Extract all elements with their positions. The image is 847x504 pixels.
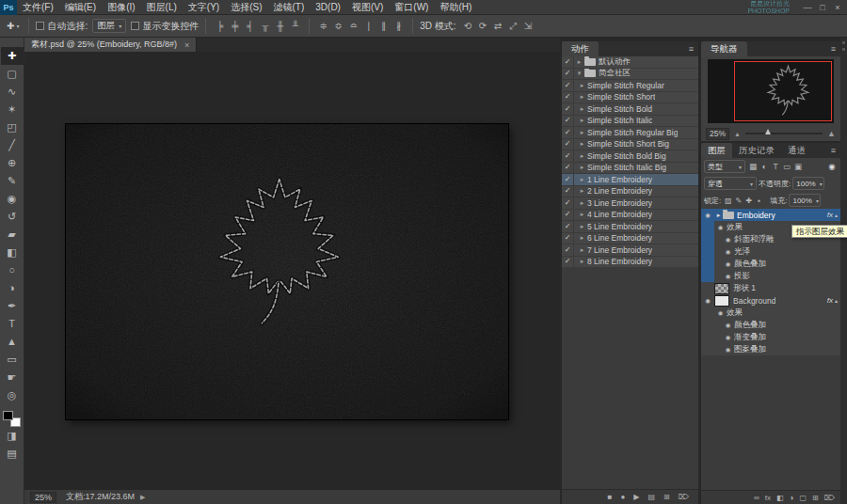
action-check-icon[interactable]: ✓	[562, 69, 574, 80]
lasso-tool[interactable]: ∿	[1, 83, 24, 101]
color-swatches[interactable]	[3, 411, 21, 427]
eyedropper-tool[interactable]: ╱	[1, 136, 24, 154]
link-layers-icon[interactable]: ∞	[754, 491, 759, 504]
distribute-left-icon[interactable]: ∣	[361, 18, 376, 34]
layer-filter-dropdown[interactable]: 类型 ▾	[704, 160, 745, 173]
lock-transparent-pixels-icon[interactable]: ▨	[723, 197, 733, 205]
collapsed-dock-strip[interactable]	[840, 38, 847, 504]
auto-select-checkbox[interactable]: 自动选择:	[36, 20, 88, 33]
zoom-tool[interactable]: ◎	[1, 386, 24, 404]
menu-item[interactable]: 选择(S)	[225, 0, 267, 15]
document-tab[interactable]: 素材.psd @ 25% (Emboidery, RGB/8#) ×	[24, 38, 197, 52]
action-row[interactable]: ✓ ▸ 7 Line Embroidery	[562, 244, 698, 257]
menu-item[interactable]: 文字(Y)	[183, 0, 225, 15]
expand-arrow-icon[interactable]: ▸	[577, 152, 587, 160]
distribute-v-center-icon[interactable]: ≎	[331, 18, 345, 34]
app-icon[interactable]: Ps	[0, 0, 17, 15]
layer-thumbnail[interactable]	[714, 295, 729, 307]
group-expand-arrow-icon[interactable]: ▸	[714, 212, 723, 219]
layer-name[interactable]: Emboidery	[737, 211, 775, 220]
filter-adjustment-layers-icon[interactable]: ◐	[759, 162, 770, 171]
action-check-icon[interactable]: ✓	[562, 116, 574, 127]
expand-arrow-icon[interactable]: ▸	[577, 258, 587, 265]
visibility-eye-icon[interactable]: ◉	[722, 273, 734, 280]
canvas-area[interactable]	[24, 52, 560, 489]
screen-mode-button[interactable]: ▤	[1, 445, 24, 463]
effect-row-drop-shadow[interactable]: ◉ 投影	[701, 270, 840, 282]
layer-row-background[interactable]: ◉ Background fx ▴	[701, 294, 840, 307]
action-row[interactable]: ✓ ▾ 简盒社区	[562, 69, 698, 81]
action-row[interactable]: ✓ ▸ 3 Line Embroidery	[562, 197, 698, 210]
expand-arrow-icon[interactable]: ▸	[577, 246, 587, 254]
tab-actions[interactable]: 动作	[562, 41, 599, 56]
expand-arrow-icon[interactable]: ▸	[577, 93, 587, 101]
expand-arrow-icon[interactable]: ▸	[574, 58, 584, 66]
action-row[interactable]: ✓ ▸ Simple Stitch Bold	[562, 103, 698, 116]
quick-mask-button[interactable]: ◨	[1, 427, 24, 445]
expand-arrow-icon[interactable]: ▸	[577, 164, 587, 171]
panel-menu-icon[interactable]: ≡	[826, 143, 840, 158]
action-check-icon[interactable]: ✓	[562, 139, 574, 150]
action-row[interactable]: ✓ ▸ Simple Stitch Regular Big	[562, 127, 698, 139]
tool-preset-picker[interactable]: ✚ ▾	[4, 20, 22, 32]
delete-layer-icon[interactable]: ⌦	[824, 491, 835, 504]
filter-smart-objects-icon[interactable]: ▣	[792, 162, 804, 171]
distribute-bottom-icon[interactable]: ≏	[346, 18, 360, 34]
layer-row-shape-1[interactable]: 形状 1	[701, 282, 840, 294]
effect-row-satin[interactable]: ◉ 光泽	[701, 245, 840, 258]
action-check-icon[interactable]: ✓	[562, 92, 574, 103]
shape-tool[interactable]: ▭	[1, 351, 24, 369]
tab-navigator[interactable]: 导航器	[701, 41, 747, 56]
blur-tool[interactable]: ○	[1, 261, 24, 279]
action-check-icon[interactable]: ✓	[562, 174, 574, 185]
layer-group-icon[interactable]: ▢	[799, 491, 807, 504]
expand-arrow-icon[interactable]: ▸	[577, 117, 587, 124]
brush-tool[interactable]: ✎	[1, 172, 24, 190]
layer-fx-badge[interactable]: fx ▴	[827, 211, 840, 219]
show-transform-checkbox[interactable]: 显示变换控件	[131, 20, 199, 33]
zoom-slider[interactable]	[745, 133, 823, 134]
fill-dropdown[interactable]: 100% ▾	[789, 194, 821, 207]
action-check-icon[interactable]: ✓	[562, 244, 574, 256]
pen-tool[interactable]: ✒	[1, 297, 24, 315]
action-row[interactable]: ✓ ▸ Simple Stitch Regular	[562, 80, 698, 92]
quick-selection-tool[interactable]: ✶	[1, 101, 24, 118]
healing-brush-tool[interactable]: ⊕	[1, 154, 24, 172]
action-check-icon[interactable]: ✓	[562, 221, 574, 232]
layer-mask-icon[interactable]: ◧	[776, 491, 784, 504]
path-selection-tool[interactable]: ▲	[1, 333, 24, 351]
action-row[interactable]: ✓ ▸ 默认动作	[562, 56, 698, 69]
visibility-eye-icon[interactable]: ◉	[714, 309, 727, 317]
auto-select-target-dropdown[interactable]: 图层 ▾	[92, 19, 126, 33]
delete-action-button[interactable]: ⌦	[679, 490, 689, 504]
menu-item[interactable]: 图像(I)	[102, 0, 140, 15]
minimize-button[interactable]: —	[801, 1, 814, 14]
effect-row-pattern-overlay[interactable]: ◉ 图案叠加	[701, 343, 840, 355]
align-v-center-icon[interactable]: ╫	[273, 18, 287, 34]
3d-drag-icon[interactable]: ⇄	[491, 18, 505, 34]
new-set-button[interactable]: ▤	[647, 490, 655, 504]
visibility-eye-icon[interactable]: ◉	[714, 224, 727, 231]
visibility-eye-icon[interactable]: ◉	[722, 322, 734, 329]
navigator-zoom-field[interactable]: 25%	[706, 128, 729, 140]
action-row[interactable]: ✓ ▸ 1 Line Embroidery	[562, 174, 698, 186]
expand-arrow-icon[interactable]: ▸	[577, 176, 587, 183]
gradient-tool[interactable]: ◧	[1, 244, 24, 261]
expand-arrow-icon[interactable]: ▸	[577, 105, 587, 113]
menu-item[interactable]: 编辑(E)	[59, 0, 102, 15]
effect-row-color-overlay[interactable]: ◉ 颜色叠加	[701, 258, 840, 270]
action-row[interactable]: ✓ ▸ Simple Stitch Bold Big	[562, 150, 698, 163]
type-tool[interactable]: T	[1, 315, 24, 333]
action-row[interactable]: ✓ ▸ Simple Stitch Short Big	[562, 139, 698, 151]
3d-roll-icon[interactable]: ⟳	[476, 18, 490, 34]
expand-arrow-icon[interactable]: ▸	[577, 211, 587, 218]
foreground-color-swatch[interactable]	[3, 411, 13, 420]
action-row[interactable]: ✓ ▸ 6 Line Embroidery	[562, 233, 698, 245]
menu-item[interactable]: 文件(F)	[17, 0, 59, 15]
expand-arrow-icon[interactable]: ▸	[577, 82, 587, 89]
navigator-preview[interactable]	[701, 56, 840, 126]
action-check-icon[interactable]: ✓	[562, 80, 574, 91]
expand-arrow-icon[interactable]: ▸	[577, 223, 587, 230]
action-check-icon[interactable]: ✓	[562, 127, 574, 138]
collapse-effects-icon[interactable]: ▴	[835, 297, 838, 304]
